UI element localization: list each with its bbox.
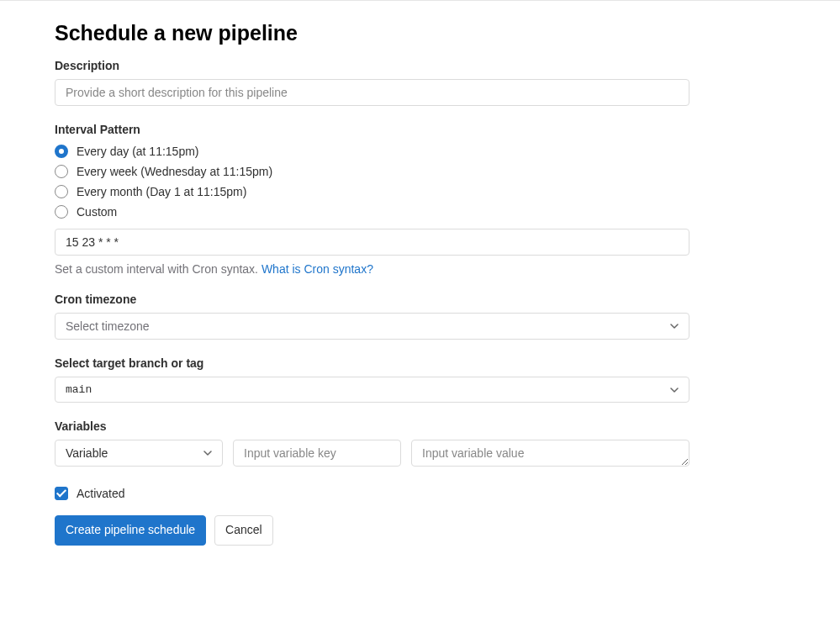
chevron-down-icon — [202, 447, 214, 459]
variable-type-value: Variable — [66, 446, 108, 460]
chevron-down-icon — [668, 320, 680, 332]
interval-radio-weekly-input[interactable] — [55, 165, 68, 178]
interval-label: Interval Pattern — [55, 123, 689, 136]
cron-syntax-link[interactable]: What is Cron syntax? — [262, 262, 373, 276]
timezone-select[interactable]: Select timezone — [55, 313, 689, 340]
timezone-select-value: Select timezone — [66, 319, 150, 333]
branch-label: Select target branch or tag — [55, 356, 689, 370]
cancel-button[interactable]: Cancel — [214, 515, 273, 546]
variable-type-select[interactable]: Variable — [55, 440, 223, 467]
page-title: Schedule a new pipeline — [55, 21, 689, 45]
interval-radio-custom-label: Custom — [77, 205, 117, 219]
interval-radio-monthly-input[interactable] — [55, 185, 68, 198]
variable-key-input[interactable] — [233, 440, 401, 467]
chevron-down-icon — [668, 384, 680, 396]
cron-help-text-content: Set a custom interval with Cron syntax. — [55, 262, 262, 276]
description-input[interactable] — [55, 79, 689, 106]
interval-radio-custom-input[interactable] — [55, 205, 68, 219]
variable-value-input[interactable] — [411, 440, 689, 467]
interval-radio-daily-input[interactable] — [55, 145, 68, 158]
interval-radio-weekly-label: Every week (Wednesday at 11:15pm) — [77, 165, 272, 178]
interval-radio-custom[interactable]: Custom — [55, 205, 689, 219]
interval-radio-daily[interactable]: Every day (at 11:15pm) — [55, 145, 689, 158]
branch-select[interactable]: main — [55, 377, 689, 403]
branch-select-value: main — [66, 383, 92, 396]
variables-label: Variables — [55, 419, 689, 433]
interval-radio-monthly[interactable]: Every month (Day 1 at 11:15pm) — [55, 185, 689, 198]
cron-help-text: Set a custom interval with Cron syntax. … — [55, 262, 689, 276]
interval-radio-daily-label: Every day (at 11:15pm) — [77, 145, 199, 158]
cron-expression-input[interactable] — [55, 229, 689, 256]
create-pipeline-schedule-button[interactable]: Create pipeline schedule — [55, 515, 206, 546]
interval-radio-monthly-label: Every month (Day 1 at 11:15pm) — [77, 185, 246, 198]
interval-radio-weekly[interactable]: Every week (Wednesday at 11:15pm) — [55, 165, 689, 178]
description-label: Description — [55, 59, 689, 72]
activated-checkbox[interactable] — [55, 487, 68, 500]
activated-label: Activated — [77, 487, 125, 500]
timezone-label: Cron timezone — [55, 293, 689, 306]
